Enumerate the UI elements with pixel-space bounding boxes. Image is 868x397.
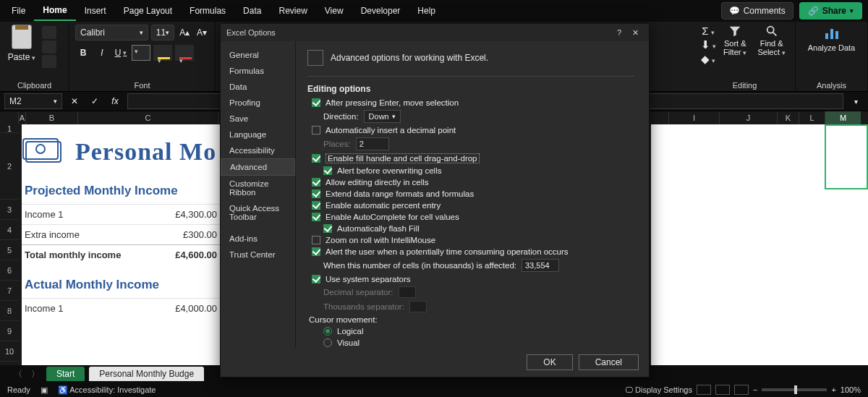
italic-button[interactable]: I [94,45,110,61]
name-box[interactable]: M2▾ [4,93,62,109]
close-icon[interactable]: ✕ [627,28,643,38]
col-K[interactable]: K [777,111,799,124]
tab-formulas[interactable]: Formulas [181,1,234,20]
analyze-data-button[interactable]: Analyze Data [807,25,857,52]
zoom-out-icon[interactable]: − [753,385,757,394]
zoom-slider[interactable] [762,388,827,391]
opt-edit-in-cells[interactable]: Allow editing directly in cells [312,178,634,187]
col-C[interactable]: C [78,111,218,124]
clear-button[interactable]: ◆ [700,53,716,66]
nav-proofing[interactable]: Proofing [221,95,295,111]
opt-fill-handle[interactable]: Enable fill handle and cell drag-and-dro… [312,153,634,163]
table-row[interactable]: Extra income£300.00 [22,224,224,244]
tab-view[interactable]: View [316,1,352,20]
nav-save[interactable]: Save [221,111,295,127]
tab-home[interactable]: Home [34,1,75,21]
table-row[interactable]: Income 1£4,000.00 [22,298,224,318]
col-I[interactable]: I [668,111,719,124]
font-color-button[interactable] [175,45,194,61]
row-5[interactable]: 5 [0,240,19,260]
fx-icon[interactable]: fx [107,93,123,109]
tab-review[interactable]: Review [270,1,315,20]
tab-prev-icon[interactable]: 〈 [12,368,25,380]
format-painter-icon[interactable] [42,55,56,68]
opt-cursor-visual[interactable]: Visual [323,338,634,347]
col-A[interactable]: A [19,111,26,124]
row-6[interactable]: 6 [0,260,19,281]
share-button[interactable]: 🔗 Share ▾ [799,2,862,20]
nav-advanced[interactable]: Advanced [221,158,295,176]
opt-cursor-logical[interactable]: Logical [323,327,634,336]
dialog-titlebar[interactable]: Excel Options ? ✕ [221,24,649,41]
nav-trust-center[interactable]: Trust Center [221,247,295,262]
tab-help[interactable]: Help [409,1,444,20]
right-sheet-panel[interactable] [651,124,868,365]
font-name-combo[interactable]: Calibri▾ [75,25,148,40]
row-10[interactable]: 10 [0,341,19,362]
opt-extend-formats[interactable]: Extend data range formats and formulas [312,189,634,198]
tab-next-icon[interactable]: 〉 [29,368,42,380]
autosum-button[interactable]: Σ [700,25,716,37]
tab-page-layout[interactable]: Page Layout [115,1,181,20]
sheet-tab-budget[interactable]: Personal Monthly Budge [89,367,204,381]
borders-button[interactable] [132,45,150,61]
opt-auto-percent[interactable]: Enable automatic percent entry [312,201,634,210]
confirm-edit-icon[interactable]: ✓ [87,93,103,109]
dialog-content[interactable]: Advanced options for working with Excel.… [296,41,649,348]
tab-data[interactable]: Data [234,1,270,20]
row-4[interactable]: 4 [0,220,19,240]
opt-alert-time[interactable]: Alert the user when a potentially time c… [312,247,634,256]
select-all-corner[interactable] [0,111,19,124]
normal-view-icon[interactable] [697,385,711,395]
expand-formula-icon[interactable]: ▾ [848,93,864,109]
fill-button[interactable]: ⬇ [700,38,716,51]
opt-move-after-enter[interactable]: After pressing Enter, move selection [312,98,634,107]
table-row[interactable]: Total monthly income£4,600.00 [22,244,224,265]
shrink-font-icon[interactable]: A▾ [195,25,209,40]
grow-font-icon[interactable]: A▴ [177,25,192,40]
opt-system-separators[interactable]: Use system separators [312,275,634,283]
cut-icon[interactable] [42,26,56,39]
table-row[interactable]: Income 1£4,300.00 [22,204,224,224]
opt-alert-overwrite[interactable]: Alert before overwriting cells [323,166,634,175]
cancel-edit-icon[interactable]: ✕ [67,93,82,109]
opt-zoom-roll[interactable]: Zoom on roll with IntelliMouse [312,236,634,244]
col-L[interactable]: L [799,111,825,124]
comments-button[interactable]: 💬 Comments [721,2,793,20]
ok-button[interactable]: OK [527,354,572,370]
cells-input[interactable] [522,259,559,272]
nav-general[interactable]: General [221,47,295,63]
nav-addins[interactable]: Add-ins [221,231,295,247]
col-M[interactable]: M [825,111,861,124]
opt-auto-decimal[interactable]: Automatically insert a decimal point [312,126,634,135]
cancel-button[interactable]: Cancel [579,354,639,370]
help-icon[interactable]: ? [611,28,627,37]
nav-data[interactable]: Data [221,79,295,95]
row-8[interactable]: 8 [0,301,19,321]
macro-record-icon[interactable]: ▣ [41,385,48,395]
sheet-tab-start[interactable]: Start [46,367,85,381]
opt-cells-affected[interactable]: When this number of cells (in thousands)… [323,259,634,272]
nav-customize-ribbon[interactable]: Customize Ribbon [221,176,295,200]
nav-language[interactable]: Language [221,127,295,142]
font-size-combo[interactable]: 11▾ [151,25,174,40]
zoom-in-icon[interactable]: + [831,385,835,394]
zoom-level[interactable]: 100% [841,385,861,394]
col-J[interactable]: J [719,111,777,124]
nav-formulas[interactable]: Formulas [221,63,295,79]
opt-direction[interactable]: Direction: Down ▾ [323,110,634,123]
underline-button[interactable]: U [113,45,129,61]
opt-autocomplete[interactable]: Enable AutoComplete for cell values [312,213,634,221]
tab-file[interactable]: File [3,1,34,20]
sort-filter-button[interactable]: Sort & Filter [718,25,753,56]
row-7[interactable]: 7 [0,281,19,301]
bold-button[interactable]: B [75,45,91,61]
nav-accessibility[interactable]: Accessibility [221,142,295,158]
find-select-button[interactable]: Find & Select [754,25,790,56]
tab-developer[interactable]: Developer [352,1,409,20]
copy-icon[interactable] [42,40,56,54]
fill-color-button[interactable] [153,45,172,61]
row-2[interactable]: 2 [0,133,19,200]
opt-flash-fill[interactable]: Automatically flash Fill [323,224,634,233]
row-1[interactable]: 1 [0,124,19,133]
